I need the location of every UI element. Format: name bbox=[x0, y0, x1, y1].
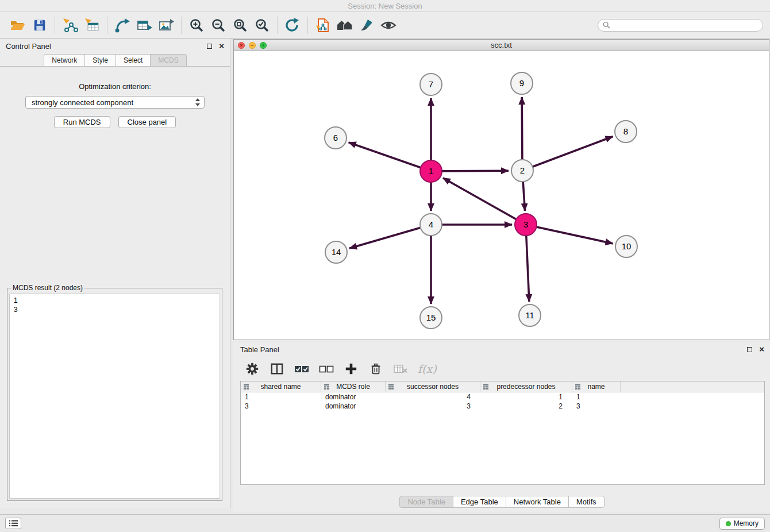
toggle-view-button[interactable] bbox=[378, 15, 399, 36]
checked-boxes-icon bbox=[294, 364, 309, 373]
graph-node-9[interactable]: 9 bbox=[511, 72, 533, 94]
result-line: 1 bbox=[14, 296, 215, 305]
network-window-title: scc.txt bbox=[491, 41, 512, 49]
column-header-mcds-role[interactable]: MCDS role bbox=[321, 381, 386, 392]
search-text-field[interactable] bbox=[613, 21, 758, 29]
open-session-button[interactable] bbox=[7, 15, 29, 36]
search-input[interactable] bbox=[598, 19, 763, 32]
control-panel: Control Panel × NetworkStyleSelectMCDS O… bbox=[0, 38, 230, 508]
close-panel-icon[interactable]: × bbox=[759, 346, 764, 352]
close-panel-icon[interactable]: × bbox=[219, 43, 224, 49]
refresh-layout-button[interactable] bbox=[282, 15, 303, 36]
column-type-icon bbox=[483, 384, 488, 390]
apply-style-button[interactable] bbox=[356, 15, 378, 36]
edge-1-2[interactable] bbox=[442, 171, 509, 171]
import-table-button[interactable] bbox=[81, 15, 103, 36]
table-cell: 3 bbox=[572, 402, 621, 411]
graph-node-8[interactable]: 8 bbox=[615, 121, 637, 142]
main-toolbar bbox=[0, 12, 770, 38]
column-header-name[interactable]: name bbox=[572, 381, 621, 392]
svg-text:3: 3 bbox=[523, 219, 528, 229]
edge-2-8[interactable] bbox=[533, 137, 613, 167]
table-cell: 2 bbox=[480, 402, 572, 411]
edge-1-6[interactable] bbox=[349, 142, 421, 168]
table-cell: dominator bbox=[321, 402, 386, 411]
graph-node-1[interactable]: 1 bbox=[420, 160, 442, 182]
import-network-button[interactable] bbox=[59, 15, 81, 36]
tab-edge-table[interactable]: Edge Table bbox=[453, 496, 506, 508]
save-session-button[interactable] bbox=[29, 15, 51, 36]
zoom-in-button[interactable] bbox=[186, 15, 207, 36]
graph-node-7[interactable]: 7 bbox=[420, 74, 442, 95]
select-all-button[interactable] bbox=[294, 361, 309, 376]
graph-node-10[interactable]: 10 bbox=[615, 236, 637, 257]
status-bar: Memory bbox=[0, 514, 770, 532]
mcds-result-list[interactable]: 13 bbox=[9, 294, 220, 499]
show-columns-button[interactable] bbox=[270, 361, 284, 376]
table-panel-title: Table Panel bbox=[240, 345, 279, 354]
graph-node-15[interactable]: 15 bbox=[420, 307, 442, 329]
tab-style[interactable]: Style bbox=[84, 54, 116, 66]
column-header-successor-nodes[interactable]: successor nodes bbox=[386, 381, 480, 392]
tab-mcds[interactable]: MCDS bbox=[150, 54, 186, 66]
deselect-all-button[interactable] bbox=[319, 361, 334, 376]
zoom-selected-button[interactable] bbox=[251, 15, 273, 36]
close-panel-button[interactable]: Close panel bbox=[118, 116, 176, 128]
column-header-predecessor-nodes[interactable]: predecessor nodes bbox=[480, 381, 572, 392]
graph-node-14[interactable]: 14 bbox=[325, 241, 347, 263]
graph-node-3[interactable]: 3 bbox=[515, 214, 537, 236]
network-view-window: × − + scc.txt 1234678910111415 bbox=[233, 39, 769, 340]
edge-3-11[interactable] bbox=[526, 236, 529, 302]
zoom-fit-icon bbox=[233, 18, 248, 33]
zoom-out-button[interactable] bbox=[207, 15, 229, 36]
table-cell: 3 bbox=[386, 402, 480, 411]
zoom-fit-button[interactable] bbox=[229, 15, 251, 36]
float-panel-icon[interactable] bbox=[747, 347, 752, 352]
edge-3-1[interactable] bbox=[443, 178, 517, 219]
destroy-network-button[interactable] bbox=[312, 15, 334, 36]
export-image-button[interactable] bbox=[155, 15, 177, 36]
table-settings-button[interactable] bbox=[245, 361, 260, 376]
tab-network-table[interactable]: Network Table bbox=[506, 496, 569, 508]
search-icon bbox=[603, 21, 610, 29]
edge-3-10[interactable] bbox=[537, 227, 613, 244]
plus-icon bbox=[345, 363, 357, 375]
tab-motifs[interactable]: Motifs bbox=[568, 496, 605, 508]
table-row[interactable]: 3dominator323 bbox=[241, 402, 764, 411]
show-all-networks-button[interactable] bbox=[334, 15, 356, 36]
tab-node-table[interactable]: Node Table bbox=[399, 496, 453, 508]
delete-column-button[interactable] bbox=[368, 361, 383, 376]
network-and-table-button[interactable] bbox=[133, 15, 155, 36]
toolbar-separator bbox=[307, 17, 308, 34]
function-builder-button[interactable]: f(x) bbox=[418, 363, 437, 375]
toolbar-separator bbox=[277, 17, 278, 34]
memory-button[interactable]: Memory bbox=[719, 518, 765, 530]
graph-node-4[interactable]: 4 bbox=[420, 214, 442, 236]
task-history-button[interactable] bbox=[5, 518, 21, 529]
criterion-selected-value: strongly connected component bbox=[32, 98, 133, 107]
edge-4-14[interactable] bbox=[349, 228, 421, 248]
edge-2-3[interactable] bbox=[523, 182, 525, 211]
column-header-shared-name[interactable]: shared name bbox=[241, 381, 321, 392]
mcds-result-title: MCDS result (2 nodes) bbox=[11, 284, 84, 292]
graph-node-6[interactable]: 6 bbox=[325, 127, 346, 149]
svg-text:10: 10 bbox=[622, 241, 632, 251]
tab-network[interactable]: Network bbox=[44, 54, 85, 66]
float-panel-icon[interactable] bbox=[207, 44, 212, 49]
delete-table-button[interactable] bbox=[393, 361, 408, 376]
edge-2-9[interactable] bbox=[522, 97, 522, 160]
run-mcds-button[interactable]: Run MCDS bbox=[54, 116, 110, 128]
criterion-select[interactable]: strongly connected component bbox=[25, 96, 205, 109]
tab-select[interactable]: Select bbox=[116, 54, 151, 66]
graph-node-11[interactable]: 11 bbox=[519, 304, 541, 326]
network-canvas[interactable]: 1234678910111415 bbox=[234, 51, 769, 340]
network-window-titlebar[interactable]: × − + scc.txt bbox=[234, 40, 769, 51]
close-window-icon[interactable]: × bbox=[238, 42, 245, 49]
minimize-window-icon[interactable]: − bbox=[249, 42, 256, 49]
brush-icon bbox=[359, 18, 374, 33]
graph-node-2[interactable]: 2 bbox=[511, 160, 533, 182]
table-row[interactable]: 1dominator411 bbox=[241, 392, 764, 402]
new-network-button[interactable] bbox=[111, 15, 133, 36]
add-column-button[interactable] bbox=[344, 361, 359, 376]
maximize-window-icon[interactable]: + bbox=[260, 42, 267, 49]
